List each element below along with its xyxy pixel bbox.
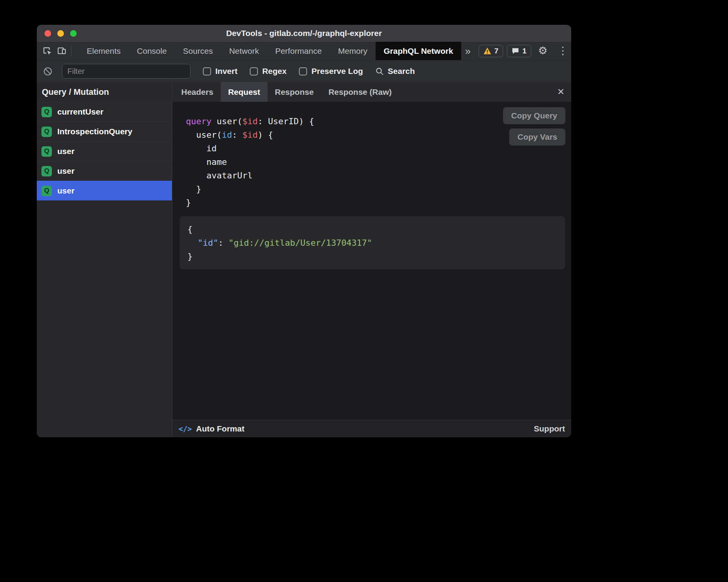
tab-network[interactable]: Network (221, 42, 267, 60)
devtools-tabbar: Elements Console Sources Network Perform… (37, 42, 571, 60)
query-name: user (57, 186, 74, 195)
panel-footer: </> Auto Format Support (172, 420, 571, 437)
query-list-item-user-2[interactable]: Q user (37, 161, 172, 181)
kebab-menu-icon: ⋮ (558, 46, 568, 56)
inspect-element-button[interactable] (42, 46, 52, 56)
close-icon: ✕ (557, 87, 565, 97)
query-name: IntrospectionQuery (57, 127, 132, 136)
query-type-badge: Q (41, 166, 52, 176)
auto-format-button[interactable]: Auto Format (196, 424, 244, 433)
query-variables-box: { "id": "gid://gitlab/User/13704317"} (180, 216, 565, 269)
copy-vars-button[interactable]: Copy Vars (509, 128, 565, 146)
regex-checkbox-box[interactable] (250, 67, 258, 75)
window-titlebar[interactable]: DevTools - gitlab.com/-/graphql-explorer (37, 25, 571, 42)
devtools-content: Query / Mutation Q currentUser Q Introsp… (37, 82, 571, 437)
regex-label: Regex (262, 67, 287, 76)
tab-graphql-network[interactable]: GraphQL Network (376, 42, 461, 60)
invert-checkbox-box[interactable] (203, 67, 211, 75)
tab-response[interactable]: Response (268, 82, 321, 102)
code-brackets-icon: </> (179, 425, 192, 433)
traffic-lights (45, 25, 77, 42)
clear-log-button[interactable] (43, 67, 53, 76)
search-control[interactable]: Search (375, 67, 415, 76)
invert-checkbox[interactable]: Invert (203, 67, 237, 76)
preserve-log-label: Preserve Log (311, 67, 363, 76)
block-icon (43, 67, 53, 76)
query-variables-code: { "id": "gid://gitlab/User/13704317"} (187, 223, 565, 263)
tab-memory[interactable]: Memory (330, 42, 376, 60)
invert-label: Invert (215, 67, 237, 76)
devtools-window: DevTools - gitlab.com/-/graphql-explorer… (37, 25, 571, 437)
tab-console[interactable]: Console (129, 42, 175, 60)
message-bubble-icon (512, 47, 519, 55)
inspect-cursor-icon (42, 46, 52, 56)
more-options-button[interactable]: ⋮ (555, 46, 571, 56)
issues-count: 1 (522, 47, 527, 55)
regex-checkbox[interactable]: Regex (250, 67, 287, 76)
search-label: Search (388, 67, 415, 76)
minimize-window-button[interactable] (57, 30, 64, 37)
close-window-button[interactable] (45, 30, 51, 37)
query-type-badge: Q (41, 146, 52, 157)
tab-elements[interactable]: Elements (79, 42, 129, 60)
tab-sources[interactable]: Sources (175, 42, 221, 60)
zoom-window-button[interactable] (70, 30, 77, 37)
devtools-tabs: Elements Console Sources Network Perform… (79, 42, 461, 60)
query-name: currentUser (57, 107, 103, 116)
tab-headers[interactable]: Headers (174, 82, 221, 102)
device-toolbar-icon (57, 46, 67, 56)
more-tabs-button[interactable]: » (461, 46, 474, 56)
query-name: user (57, 166, 74, 176)
query-list-item-user-3-selected[interactable]: Q user (37, 181, 172, 200)
toggle-device-toolbar-button[interactable] (57, 46, 67, 56)
query-type-badge: Q (41, 186, 52, 196)
toolbar-divider (71, 46, 72, 56)
query-list-item-user-1[interactable]: Q user (37, 141, 172, 161)
detail-panel-tabs: Headers Request Response Response (Raw) … (172, 82, 571, 102)
query-list-item-currentuser[interactable]: Q currentUser (37, 102, 172, 122)
warning-count: 7 (494, 47, 499, 55)
query-type-badge: Q (41, 107, 52, 117)
filter-input[interactable] (62, 64, 191, 79)
tab-performance[interactable]: Performance (267, 42, 330, 60)
detail-panel: Headers Request Response Response (Raw) … (172, 82, 571, 437)
query-list-item-introspectionquery[interactable]: Q IntrospectionQuery (37, 122, 172, 141)
query-type-badge: Q (41, 127, 52, 137)
warning-icon (483, 47, 491, 55)
tab-response-raw[interactable]: Response (Raw) (321, 82, 399, 102)
query-name: user (57, 147, 74, 156)
filter-toolbar: Invert Regex Preserve Log Search (37, 60, 571, 82)
search-icon (375, 67, 384, 76)
preserve-log-checkbox-box[interactable] (299, 67, 307, 75)
preserve-log-checkbox[interactable]: Preserve Log (299, 67, 363, 76)
warnings-badge[interactable]: 7 (479, 45, 503, 57)
copy-query-button[interactable]: Copy Query (503, 107, 565, 124)
support-link[interactable]: Support (534, 424, 565, 433)
close-panel-button[interactable]: ✕ (551, 82, 571, 102)
query-list-sidebar: Query / Mutation Q currentUser Q Introsp… (37, 82, 172, 437)
query-list-header: Query / Mutation (37, 82, 172, 102)
gear-icon: ⚙ (538, 46, 548, 56)
settings-button[interactable]: ⚙ (535, 46, 551, 56)
issues-badge[interactable]: 1 (507, 45, 531, 57)
tab-request[interactable]: Request (221, 82, 268, 102)
window-title: DevTools - gitlab.com/-/graphql-explorer (226, 29, 382, 38)
request-panel-body: Copy Query Copy Vars query user($id: Use… (172, 102, 571, 420)
